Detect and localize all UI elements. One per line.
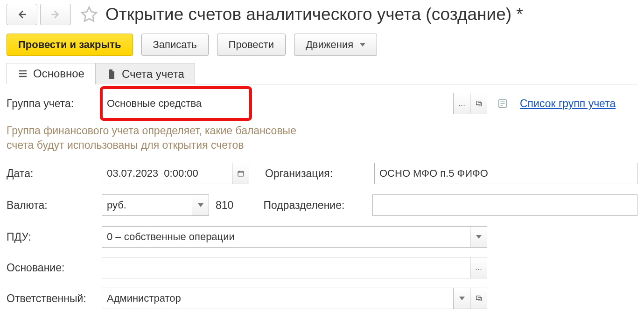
movements-button[interactable]: Движения (294, 34, 377, 56)
responsible-label: Ответственный: (7, 292, 102, 305)
toolbar: Провести и закрыть Записать Провести Дви… (7, 34, 637, 56)
account-group-label: Группа учета: (7, 97, 102, 110)
basis-label: Основание: (7, 262, 102, 274)
date-label: Дата: (7, 167, 102, 180)
account-groups-list-link[interactable]: Список групп учета (520, 97, 616, 110)
chevron-down-icon (198, 203, 203, 207)
pdu-label: ПДУ: (7, 231, 102, 243)
date-picker-button[interactable] (232, 163, 249, 184)
date-input[interactable] (102, 163, 232, 184)
currency-code: 810 (216, 199, 233, 212)
department-input[interactable] (372, 194, 637, 216)
responsible-dropdown-button[interactable] (454, 288, 470, 309)
currency-dropdown-button[interactable] (192, 194, 209, 216)
account-group-input[interactable] (102, 93, 454, 114)
favorite-star-icon[interactable] (78, 4, 100, 25)
document-icon (106, 69, 117, 80)
chevron-down-icon (459, 297, 465, 300)
open-button[interactable] (470, 93, 487, 114)
organization-label: Организация: (265, 167, 368, 180)
tabs: Основное Счета учета (7, 62, 637, 84)
ellipsis-icon: … (475, 263, 483, 272)
report-icon (497, 98, 508, 109)
chevron-down-icon (360, 43, 365, 47)
select-button[interactable]: … (454, 93, 470, 114)
svg-rect-0 (476, 101, 480, 105)
tab-main-label: Основное (33, 67, 84, 80)
list-icon (17, 68, 28, 79)
basis-input[interactable] (102, 257, 470, 278)
pdu-dropdown-button[interactable] (470, 226, 487, 248)
responsible-open-button[interactable] (470, 288, 487, 309)
save-button[interactable]: Записать (141, 34, 209, 56)
post-button[interactable]: Провести (217, 34, 286, 56)
svg-rect-3 (476, 296, 480, 300)
responsible-input[interactable] (102, 288, 454, 309)
page-title: Открытие счетов аналитического учета (со… (105, 5, 523, 24)
department-label: Подразделение: (263, 199, 366, 212)
ellipsis-icon: … (458, 99, 466, 108)
tab-accounts[interactable]: Счета учета (95, 63, 195, 84)
tab-main[interactable]: Основное (7, 63, 95, 84)
helper-text: Группа финансового учета определяет, как… (7, 124, 343, 152)
pdu-input[interactable] (102, 226, 470, 248)
nav-forward-button[interactable] (40, 4, 71, 25)
helper-line2: счета будут использованы для открытия сч… (7, 138, 343, 152)
tab-accounts-label: Счета учета (122, 68, 184, 81)
svg-rect-2 (238, 171, 244, 176)
post-and-close-button[interactable]: Провести и закрыть (7, 34, 133, 56)
movements-button-label: Движения (306, 39, 353, 51)
organization-input[interactable] (374, 163, 637, 184)
helper-line1: Группа финансового учета определяет, как… (7, 124, 343, 138)
chevron-down-icon (476, 235, 482, 239)
nav-back-button[interactable] (7, 4, 37, 25)
currency-input[interactable] (102, 194, 192, 216)
currency-label: Валюта: (7, 199, 102, 212)
basis-select-button[interactable]: … (470, 257, 487, 278)
